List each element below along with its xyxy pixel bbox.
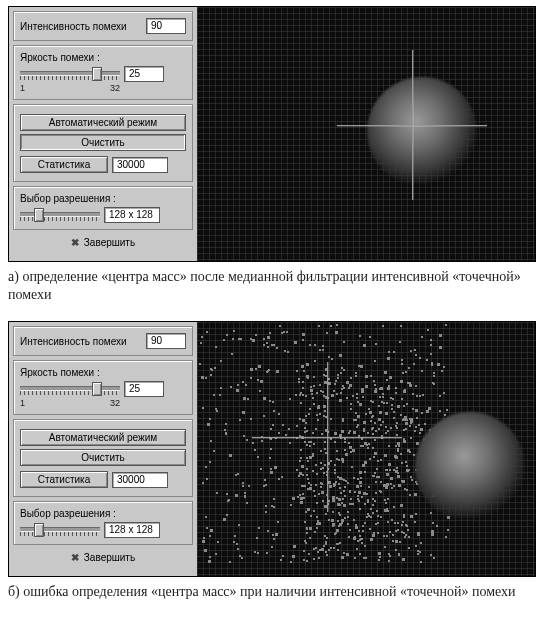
brightness-slider[interactable]: [20, 382, 120, 396]
intensity-group: Интенсивность помехи 90: [13, 326, 193, 356]
stats-field[interactable]: 30000: [112, 157, 168, 173]
brightness-field[interactable]: 25: [124, 66, 164, 82]
brightness-scale-max: 32: [110, 398, 120, 408]
figure-a: Интенсивность помехи 90 Яркость помехи :…: [8, 6, 536, 262]
brightness-scale-min: 1: [20, 398, 25, 408]
resolution-slider[interactable]: [20, 523, 100, 537]
resolution-field[interactable]: 128 x 128: [104, 207, 160, 223]
control-panel: Интенсивность помехи 90 Яркость помехи :…: [9, 7, 197, 261]
caption-b: б) ошибка определения «центра масс» при …: [8, 583, 534, 601]
intensity-label: Интенсивность помехи: [20, 21, 142, 32]
resolution-label: Выбор разрешения :: [20, 193, 186, 204]
brightness-label: Яркость помехи :: [20, 367, 186, 378]
stats-button[interactable]: Статистика: [20, 156, 108, 173]
figure-b: Интенсивность помехи 90 Яркость помехи :…: [8, 321, 536, 577]
intensity-field[interactable]: 90: [146, 18, 186, 34]
finish-label: Завершить: [84, 237, 135, 248]
finish-button[interactable]: ✖ Завершить: [13, 234, 193, 248]
control-panel: Интенсивность помехи 90 Яркость помехи :…: [9, 322, 197, 576]
app-window-a: Интенсивность помехи 90 Яркость помехи :…: [8, 6, 536, 262]
brightness-scale-max: 32: [110, 83, 120, 93]
resolution-group: Выбор разрешения : 128 x 128: [13, 186, 193, 230]
actions-group: Автоматический режим Очистить Статистика…: [13, 104, 193, 182]
brightness-group: Яркость помехи : 25 1 32: [13, 45, 193, 100]
brightness-scale-min: 1: [20, 83, 25, 93]
auto-mode-button[interactable]: Автоматический режим: [20, 114, 186, 131]
close-icon: ✖: [71, 237, 79, 248]
intensity-field[interactable]: 90: [146, 333, 186, 349]
auto-mode-button[interactable]: Автоматический режим: [20, 429, 186, 446]
image-viewport: [197, 7, 535, 261]
target-blob: [367, 77, 477, 187]
resolution-label: Выбор разрешения :: [20, 508, 186, 519]
image-viewport: [197, 322, 535, 576]
resolution-slider[interactable]: [20, 208, 100, 222]
stats-button[interactable]: Статистика: [20, 471, 108, 488]
clear-button[interactable]: Очистить: [20, 134, 186, 151]
clear-button[interactable]: Очистить: [20, 449, 186, 466]
brightness-field[interactable]: 25: [124, 381, 164, 397]
app-window-b: Интенсивность помехи 90 Яркость помехи :…: [8, 321, 536, 577]
stats-field[interactable]: 30000: [112, 472, 168, 488]
actions-group: Автоматический режим Очистить Статистика…: [13, 419, 193, 497]
brightness-group: Яркость помехи : 25 1 32: [13, 360, 193, 415]
resolution-group: Выбор разрешения : 128 x 128: [13, 501, 193, 545]
close-icon: ✖: [71, 552, 79, 563]
caption-a: а) определение «центра масс» после медиа…: [8, 268, 534, 303]
brightness-label: Яркость помехи :: [20, 52, 186, 63]
intensity-label: Интенсивность помехи: [20, 336, 142, 347]
brightness-slider[interactable]: [20, 67, 120, 81]
intensity-group: Интенсивность помехи 90: [13, 11, 193, 41]
resolution-field[interactable]: 128 x 128: [104, 522, 160, 538]
finish-label: Завершить: [84, 552, 135, 563]
target-blob: [415, 412, 525, 522]
finish-button[interactable]: ✖ Завершить: [13, 549, 193, 563]
